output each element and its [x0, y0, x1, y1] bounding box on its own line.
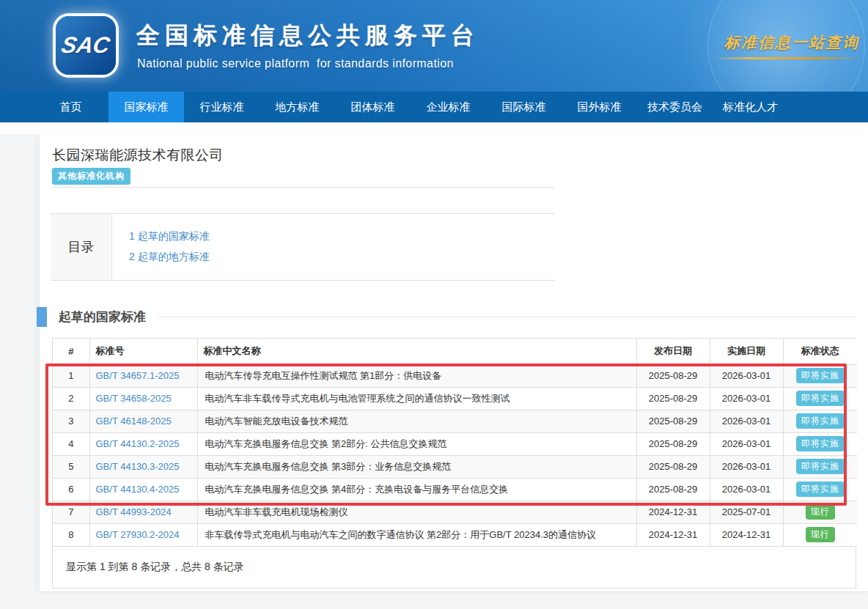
row-index: 1: [53, 364, 89, 387]
table-row: 5GB/T 44130.3-2025电动汽车充换电服务信息交换 第3部分：业务信…: [53, 455, 857, 478]
standard-name: 电动汽车智能充放电设备技术规范: [197, 410, 636, 432]
publish-date: 2025-08-29: [636, 364, 710, 387]
table-row: 2GB/T 34658-2025电动汽车非车载传导式充电机与电池管理系统之间的通…: [53, 387, 857, 410]
standard-name: 非车载传导式充电机与电动汽车之间的数字通信协议 第2部分：用于GB/T 2023…: [197, 523, 636, 546]
status-cell: 现行: [783, 501, 857, 523]
toc-link-0[interactable]: 1 起草的国家标准: [129, 230, 210, 243]
implement-date: 2025-07-01: [710, 501, 783, 523]
standard-code-link[interactable]: GB/T 44130.2-2025: [96, 438, 180, 449]
status-badge: 即将实施: [796, 481, 845, 496]
status-cell: 即将实施: [783, 364, 857, 387]
status-badge: 即将实施: [796, 368, 845, 383]
status-badge: 即将实施: [796, 459, 845, 473]
status-cell: 即将实施: [783, 478, 857, 501]
implement-date: 2026-03-01: [710, 410, 783, 432]
row-index: 7: [53, 501, 89, 523]
publish-date: 2025-08-29: [636, 410, 710, 432]
site-header: SAC 全国标准信息公共服务平台 National public service…: [0, 0, 868, 92]
row-index: 4: [53, 432, 89, 455]
publish-date: 2025-08-29: [636, 455, 710, 478]
standard-code-link[interactable]: GB/T 44130.4-2025: [96, 484, 180, 495]
publish-date: 2025-08-29: [636, 387, 710, 410]
standard-name: 电动汽车传导充电互操作性测试规范 第1部分：供电设备: [197, 364, 636, 387]
site-subtitle: National public service platform for sta…: [137, 57, 454, 70]
row-index: 8: [53, 523, 89, 546]
implement-date: 2026-03-01: [710, 432, 783, 455]
section-marker-icon: [37, 307, 47, 327]
table-row: 4GB/T 44130.2-2025电动汽车充换电服务信息交换 第2部分: 公共…: [53, 432, 857, 455]
column-header-3: 发布日期: [636, 339, 710, 364]
standard-name: 电动汽车充换电服务信息交换 第4部分：充换电设备与服务平台信息交换: [197, 478, 636, 501]
nav-item-2[interactable]: 行业标准: [184, 92, 260, 122]
implement-date: 2026-03-01: [710, 364, 783, 387]
standard-code-cell: GB/T 44130.4-2025: [89, 478, 197, 501]
table-row: 7GB/T 44993-2024电动汽车非车载充电机现场检测仪2024-12-3…: [53, 501, 857, 523]
standard-code-link[interactable]: GB/T 46148-2025: [96, 416, 172, 427]
status-badge: 即将实施: [796, 391, 845, 405]
publish-date: 2025-08-29: [636, 478, 710, 501]
column-header-1: 标准号: [89, 339, 197, 364]
table-row: 1GB/T 34657.1-2025电动汽车传导充电互操作性测试规范 第1部分：…: [53, 364, 857, 387]
toc-links: 1 起草的国家标准2 起草的地方标准: [112, 214, 554, 280]
standard-code-link[interactable]: GB/T 34657.1-2025: [96, 370, 180, 381]
nav-item-6[interactable]: 国际标准: [486, 92, 562, 122]
toc-box: 目录 1 起草的国家标准2 起草的地方标准: [51, 213, 554, 281]
publish-date: 2024-12-31: [636, 501, 710, 523]
nav-item-7[interactable]: 国外标准: [562, 92, 637, 122]
standard-code-cell: GB/T 27930.2-2024: [89, 523, 197, 546]
implement-date: 2026-03-01: [710, 455, 783, 478]
column-header-0: #: [53, 339, 89, 364]
nav-item-1[interactable]: 国家标准: [108, 92, 184, 122]
column-header-5: 标准状态: [783, 339, 857, 364]
standard-code-cell: GB/T 44993-2024: [89, 501, 197, 523]
content-card: 长园深瑞能源技术有限公司 其他标准化机构 目录 1 起草的国家标准2 起草的地方…: [39, 134, 868, 592]
content-top-gap: [0, 122, 868, 134]
site-title: 全国标准信息公共服务平台: [136, 20, 479, 52]
status-badge: 即将实施: [796, 413, 845, 428]
section-header: 起草的国家标准: [37, 307, 856, 327]
nav-item-9[interactable]: 标准化人才: [713, 92, 788, 122]
standard-name: 电动汽车充换电服务信息交换 第3部分：业务信息交换规范: [197, 455, 636, 478]
implement-date: 2026-03-01: [710, 387, 783, 410]
sac-logo-text: SAC: [59, 32, 112, 59]
nav-item-4[interactable]: 团体标准: [335, 92, 411, 122]
header-slogan: 标准信息一站查询: [724, 32, 859, 53]
org-type-badge: 其他标准化机构: [52, 168, 130, 185]
publish-date: 2025-08-29: [636, 432, 710, 455]
section-header-line: [158, 317, 856, 317]
table-header-row: #标准号标准中文名称发布日期实施日期标准状态: [53, 339, 857, 364]
nav-item-5[interactable]: 企业标准: [411, 92, 486, 122]
standard-code-cell: GB/T 44130.3-2025: [89, 455, 197, 478]
row-index: 3: [53, 410, 89, 432]
status-badge: 现行: [806, 527, 835, 542]
standard-code-cell: GB/T 34657.1-2025: [89, 364, 197, 387]
standard-name: 电动汽车充换电服务信息交换 第2部分: 公共信息交换规范: [197, 432, 636, 455]
nav-item-8[interactable]: 技术委员会: [637, 92, 713, 122]
standard-code-cell: GB/T 44130.2-2025: [89, 432, 197, 455]
nav-item-0[interactable]: 首页: [33, 92, 108, 122]
standard-name: 电动汽车非车载传导式充电机与电池管理系统之间的通信协议一致性测试: [197, 387, 636, 410]
implement-date: 2024-12-31: [710, 523, 783, 546]
status-badge: 即将实施: [796, 436, 845, 451]
company-name: 长园深瑞能源技术有限公司: [52, 146, 224, 165]
column-header-4: 实施日期: [710, 339, 783, 364]
nav-item-3[interactable]: 地方标准: [260, 92, 335, 122]
publish-date: 2024-12-31: [636, 523, 710, 546]
table-row: 8GB/T 27930.2-2024非车载传导式充电机与电动汽车之间的数字通信协…: [53, 523, 857, 546]
standards-table: #标准号标准中文名称发布日期实施日期标准状态 1GB/T 34657.1-202…: [53, 339, 857, 547]
standard-code-link[interactable]: GB/T 34658-2025: [96, 393, 172, 404]
standard-code-link[interactable]: GB/T 44993-2024: [96, 506, 172, 517]
toc-link-1[interactable]: 2 起草的地方标准: [129, 251, 210, 264]
divider-line: [52, 187, 554, 188]
standard-code-link[interactable]: GB/T 44130.3-2025: [96, 461, 180, 472]
sac-logo-icon[interactable]: SAC: [56, 16, 116, 75]
main-nav: 首页国家标准行业标准地方标准团体标准企业标准国际标准国外标准技术委员会标准化人才: [0, 92, 868, 122]
status-badge: 现行: [806, 504, 835, 519]
pagination-summary: 显示第 1 到第 8 条记录，总共 8 条记录: [53, 547, 856, 588]
column-header-2: 标准中文名称: [197, 339, 636, 364]
standard-code-link[interactable]: GB/T 27930.2-2024: [96, 529, 180, 540]
status-cell: 即将实施: [783, 432, 857, 455]
standard-code-cell: GB/T 46148-2025: [89, 410, 197, 432]
table-row: 3GB/T 46148-2025电动汽车智能充放电设备技术规范2025-08-2…: [53, 410, 857, 432]
status-cell: 即将实施: [783, 410, 857, 432]
